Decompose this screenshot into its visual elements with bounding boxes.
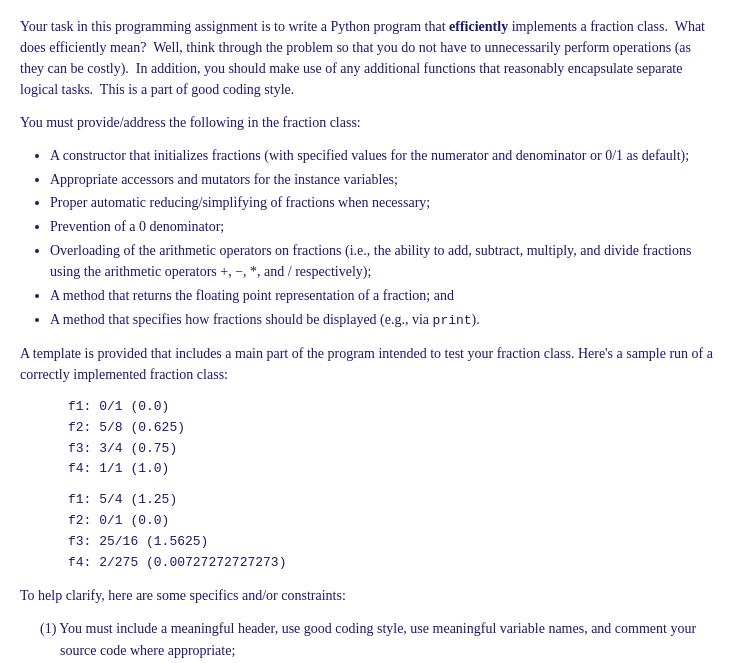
sample-line-3: f3: 3/4 (0.75): [68, 439, 717, 460]
sample-line-6: f2: 0/1 (0.0): [68, 511, 717, 532]
sample-line-8: f4: 2/275 (0.00727272727273): [68, 553, 717, 574]
bullet-4: Prevention of a 0 denominator;: [50, 216, 717, 238]
bullet-7: A method that specifies how fractions sh…: [50, 309, 717, 331]
sample-group-2: f1: 5/4 (1.25) f2: 0/1 (0.0) f3: 25/16 (…: [68, 490, 717, 573]
sample-line-1: f1: 0/1 (0.0): [68, 397, 717, 418]
print-code: print: [433, 313, 472, 328]
template-paragraph: A template is provided that includes a m…: [20, 343, 717, 385]
bullet-1: A constructor that initializes fractions…: [50, 145, 717, 167]
sample-line-7: f3: 25/16 (1.5625): [68, 532, 717, 553]
bullet-6: A method that returns the floating point…: [50, 285, 717, 307]
bold-efficiently: efficiently: [449, 19, 508, 34]
bullet-2: Appropriate accessors and mutators for t…: [50, 169, 717, 191]
requirements-list: A constructor that initializes fractions…: [50, 145, 717, 331]
sample-line-2: f2: 5/8 (0.625): [68, 418, 717, 439]
must-provide-intro: You must provide/address the following i…: [20, 112, 717, 133]
sample-run-block: f1: 0/1 (0.0) f2: 5/8 (0.625) f3: 3/4 (0…: [68, 397, 717, 573]
intro-paragraph-1: Your task in this programming assignment…: [20, 16, 717, 100]
constraint-1: (1) You must include a meaningful header…: [40, 618, 717, 661]
sample-line-4: f4: 1/1 (1.0): [68, 459, 717, 480]
sample-group-1: f1: 0/1 (0.0) f2: 5/8 (0.625) f3: 3/4 (0…: [68, 397, 717, 480]
bullet-3: Proper automatic reducing/simplifying of…: [50, 192, 717, 214]
clarify-intro: To help clarify, here are some specifics…: [20, 585, 717, 606]
sample-line-5: f1: 5/4 (1.25): [68, 490, 717, 511]
constraints-block: (1) You must include a meaningful header…: [20, 618, 717, 663]
bullet-5: Overloading of the arithmetic operators …: [50, 240, 717, 283]
